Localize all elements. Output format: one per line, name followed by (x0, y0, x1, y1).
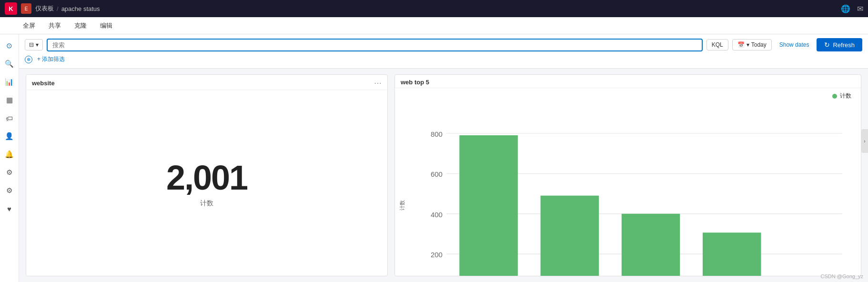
panel-right-header: web top 5 (395, 75, 861, 88)
bar-3[interactable] (622, 214, 680, 276)
filter-icon: ⊟ (29, 41, 34, 48)
filter-options-icon[interactable]: ⊕ (25, 56, 32, 63)
date-label: Today (751, 41, 767, 48)
menu-share[interactable]: 共享 (47, 17, 63, 34)
chart-content: 计数 计数 0 (395, 88, 861, 276)
panel-website: website ⋯ 2,001 计数 (26, 74, 388, 276)
panels-area: website ⋯ 2,001 计数 web top 5 计数 (19, 69, 868, 282)
top-bar: K E 仪表板 / apache status 🌐 ✉ (0, 0, 868, 17)
menu-clone[interactable]: 克隆 (72, 17, 89, 34)
svg-text:600: 600 (431, 170, 443, 178)
breadcrumb-separator: / (57, 5, 59, 12)
kibana-logo: K (5, 2, 17, 15)
globe-icon[interactable]: 🌐 (841, 4, 850, 13)
sidebar-icon-bell[interactable]: 🔔 (2, 147, 17, 162)
panel-left-header: website ⋯ (26, 75, 387, 90)
kql-button[interactable]: KQL (707, 39, 728, 50)
mail-icon[interactable]: ✉ (857, 4, 863, 13)
dashboard-icon: E (21, 3, 31, 14)
chevron-down-icon: ▾ (747, 41, 749, 48)
watermark: CSDN @Gong_yz (821, 273, 863, 279)
filter-toggle-btn[interactable]: ⊟ ▾ (25, 39, 43, 50)
metric-label: 计数 (200, 199, 213, 208)
svg-text:200: 200 (431, 251, 443, 259)
sidebar-icon-clock[interactable]: ⊙ (2, 38, 17, 53)
refresh-label: Refresh (833, 41, 855, 49)
svg-text:400: 400 (431, 211, 443, 219)
legend-dot (832, 94, 837, 99)
sidebar-icon-settings[interactable]: ⚙ (2, 183, 17, 198)
sidebar-icon-tag[interactable]: 🏷 (2, 111, 17, 126)
bar-chart-svg: 0 200 400 600 800 192.168.56.171 192.168… (414, 92, 855, 276)
legend-label: 计数 (840, 92, 851, 100)
top-bar-right: 🌐 ✉ (841, 4, 863, 13)
sidebar-icon-search[interactable]: 🔍 (2, 56, 17, 71)
panel-left-title: website (32, 80, 55, 87)
sidebar-icon-heart[interactable]: ♥ (2, 201, 17, 216)
bar-4[interactable] (703, 232, 761, 276)
add-filter-button[interactable]: + 添加筛选 (35, 54, 67, 64)
breadcrumb-page: apache status (61, 5, 100, 12)
sidebar-icon-user[interactable]: 👤 (2, 129, 17, 144)
show-dates-button[interactable]: Show dates (776, 40, 813, 50)
refresh-icon: ↻ (824, 41, 830, 49)
calendar-icon: 📅 (737, 41, 745, 48)
right-collapse-tab[interactable]: › (861, 129, 868, 153)
sidebar-icon-grid[interactable]: ▦ (2, 92, 17, 108)
panel-right-title: web top 5 (401, 79, 429, 86)
bar-1[interactable] (459, 135, 518, 276)
main-content: ⊟ ▾ KQL 📅 ▾ Today Show dates ↻ Refresh (19, 34, 868, 282)
search-input[interactable] (52, 41, 697, 49)
chevron-down-icon: ▾ (36, 41, 39, 48)
svg-text:800: 800 (431, 130, 443, 138)
refresh-button[interactable]: ↻ Refresh (817, 38, 862, 51)
search-input-wrap (47, 39, 703, 51)
layout: ⊙ 🔍 📊 ▦ 🏷 👤 🔔 ⚙ ⚙ ♥ ⊟ ▾ KQL 📅 (0, 34, 868, 282)
y-axis-label: 计数 (399, 200, 406, 211)
breadcrumb-home[interactable]: 仪表板 (35, 4, 54, 13)
filter-bar: ⊟ ▾ KQL 📅 ▾ Today Show dates ↻ Refresh (19, 34, 868, 69)
date-picker-btn[interactable]: 📅 ▾ Today (732, 39, 772, 50)
sidebar-icon-chart[interactable]: 📊 (2, 74, 17, 90)
panel-web-top5: web top 5 计数 计数 (394, 74, 861, 276)
breadcrumb: 仪表板 / apache status (35, 4, 100, 13)
filter-row2: ⊕ + 添加筛选 (25, 54, 862, 64)
menu-bar: 全屏 共享 克隆 编辑 (0, 17, 868, 34)
menu-fullscreen[interactable]: 全屏 (21, 17, 37, 34)
filter-row1: ⊟ ▾ KQL 📅 ▾ Today Show dates ↻ Refresh (25, 38, 862, 51)
panel-menu-icon[interactable]: ⋯ (374, 79, 382, 88)
menu-edit[interactable]: 编辑 (98, 17, 114, 34)
metric-content: 2,001 计数 (26, 90, 387, 276)
metric-value: 2,001 (166, 158, 247, 197)
chart-legend: 计数 (832, 92, 851, 100)
bar-2[interactable] (541, 196, 599, 276)
sidebar: ⊙ 🔍 📊 ▦ 🏷 👤 🔔 ⚙ ⚙ ♥ (0, 34, 19, 282)
sidebar-icon-filter[interactable]: ⚙ (2, 165, 17, 180)
